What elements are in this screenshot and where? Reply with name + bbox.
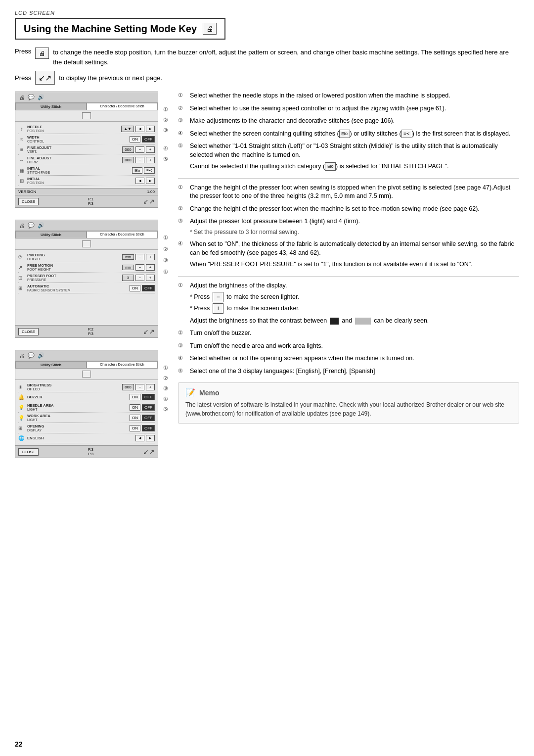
panel2-tab-char[interactable]: Character / Decorative Stitch (87, 231, 158, 238)
panel1-tab-char[interactable]: Character / Decorative Stitch (87, 103, 158, 110)
memo-box: 📝 Memo The latest version of software is… (178, 382, 519, 424)
machine-setting-icon: 🖨 (203, 23, 217, 35)
main-content: 🖨 💬 🔊 Utility Stitch Character / Decorat… (15, 92, 519, 470)
right-item-3-2: ② Turn on/off the buzzer. (178, 329, 519, 338)
panel1-row5-controls: ⊞o ≡≺ (132, 167, 155, 174)
lcd-panel-1: 🖨 💬 🔊 Utility Stitch Character / Decorat… (15, 92, 158, 208)
text-3-5: Select one of the 3 display languages: [… (190, 367, 519, 376)
ann3-4: ④ (161, 396, 168, 402)
ann3-3: ③ (161, 385, 168, 392)
panel2-tabs: Utility Stitch Character / Decorative St… (15, 231, 158, 238)
press-minus-desc: to make the screen lighter. (226, 293, 299, 302)
text-3-1-main: Adjust the brightness of the display. (190, 282, 519, 290)
panel3-nav-icon[interactable]: ↙↗ (143, 448, 155, 456)
panel2-tab-utility[interactable]: Utility Stitch (15, 231, 87, 238)
ann2-4: ④ (161, 269, 168, 275)
num-2-4: ④ (178, 240, 186, 269)
press-plus-label: * Press (190, 304, 210, 313)
brightness-contrast-line: Adjust the brightness so that the contra… (190, 317, 519, 326)
right-item-1-2: ② Select whether to use the sewing speed… (178, 104, 519, 113)
num-1-2: ② (178, 104, 186, 113)
panel1-header-icons: 🖨 💬 🔊 (19, 94, 44, 100)
machine-icon-inline: 🖨 (35, 47, 49, 59)
panel1-icon1: 🖨 (19, 94, 25, 100)
num-1-1: ① (178, 92, 186, 100)
right-column: ① Select whether the needle stops in the… (178, 92, 519, 470)
panel3-row5: ⊞ OPENING DISPLAY ON OFF (18, 423, 155, 433)
panel1-nav-icon[interactable]: ↙↗ (143, 197, 155, 205)
num-1-5: ⑤ (178, 142, 186, 171)
ann2-3: ③ (161, 257, 168, 264)
press-minus-line: * Press − to make the screen lighter. (190, 292, 519, 302)
panel3-row3: 💡 NEEDLE AREA LIGHT ON OFF (18, 402, 155, 413)
right-item-2-1: ① Change the height of the presser foot … (178, 184, 519, 201)
text-1-4: Select whether the screen containing qui… (190, 130, 519, 139)
panel1-body: ↕ NEEDLE POSITION ▲▼ ◄ ► (15, 122, 158, 188)
panel3-icon2: 💬 (28, 352, 35, 359)
text-2-4: When set to "ON", the thickness of the f… (190, 240, 519, 269)
num-2-3: ③ (178, 217, 186, 236)
panel3-tab-char[interactable]: Character / Decorative Stitch (87, 361, 158, 369)
section-title-box: Using the Machine Setting Mode Key 🖨 (15, 18, 225, 40)
panel2-wrapper: 🖨 💬 🔊 Utility Stitch Character / Decorat… (15, 220, 168, 345)
panel3-row2-controls: ON OFF (130, 394, 155, 400)
ann1-3: ③ (161, 127, 168, 134)
text-2-3: Adjust the presser foot pressure between… (190, 217, 519, 236)
panel3-icon3: 🔊 (38, 352, 44, 359)
panel2-footer: CLOSE P.2 P.3 ↙↗ (15, 325, 158, 337)
panel1-row4-controls: 000 − + (122, 157, 155, 163)
right-item-2-2: ② Change the height of the presser foot … (178, 205, 519, 214)
text-1-2: Select whether to use the sewing speed c… (190, 104, 519, 113)
divider-2 (178, 276, 519, 277)
panel1-version-value: 1.00 (147, 189, 155, 194)
intro-press-line: Press 🖨 to change the needle stop positi… (15, 47, 519, 67)
brightness-note: Adjust the brightness so that the contra… (190, 317, 327, 326)
text-2-1: Change the height of the presser foot wh… (190, 184, 519, 201)
text-2-4-sub: When "PRESSER FOOT PRESSURE" is set to "… (190, 260, 519, 269)
panel2-header: 🖨 💬 🔊 (15, 220, 158, 231)
panel1-row1-controls: ▲▼ ◄ ► (121, 126, 155, 132)
right-item-2-4: ④ When set to "ON", the thickness of the… (178, 240, 519, 269)
panel3-wrapper: 🖨 💬 🔊 Utility Stitch Character / Decorat… (15, 350, 168, 465)
panel1-icon2: 💬 (28, 94, 35, 100)
text-1-5-sub1: Cannot be selected if the quilting stitc… (190, 162, 519, 171)
panel3-row5-controls: ON OFF (130, 425, 155, 431)
panel3-close-btn[interactable]: CLOSE (18, 448, 39, 456)
panel1-row6-controls: ◄ ► (135, 178, 155, 184)
panel2-row4-controls: ON OFF (130, 285, 155, 291)
panel2-close-btn[interactable]: CLOSE (18, 328, 39, 335)
ann2-2: ② (161, 246, 168, 252)
text-3-1: Adjust the brightness of the display. * … (190, 282, 519, 326)
panel1-close-btn[interactable]: CLOSE (18, 198, 39, 205)
utility-icon-inline: ≡≺ (401, 130, 412, 138)
panel1-wrapper: 🖨 💬 🔊 Utility Stitch Character / Decorat… (15, 92, 168, 215)
panel2-nav-icon[interactable]: ↙↗ (143, 328, 155, 335)
right-item-1-5: ⑤ Select whether "1-01 Straight stitch (… (178, 142, 519, 171)
panel2-header-icons: 🖨 💬 🔊 (19, 222, 44, 229)
plus-button[interactable]: + (213, 303, 223, 314)
text-2-2: Change the height of the presser foot wh… (190, 205, 519, 214)
and-text: and (342, 317, 352, 326)
press-plus-line: * Press + to make the screen darker. (190, 303, 519, 314)
panel1-tab-utility[interactable]: Utility Stitch (15, 103, 87, 110)
ann3-1: ① (161, 365, 168, 371)
num-3-3: ③ (178, 342, 186, 351)
dark-block (330, 318, 339, 325)
panel2-row1: ⟳ PIVOTING HEIGHT mm − + (18, 252, 155, 262)
text-1-1: Select whether the needle stops in the r… (190, 92, 519, 100)
text-1-5: Select whether "1-01 Straight stitch (Le… (190, 142, 519, 171)
num-3-4: ④ (178, 354, 186, 363)
panel2-page-info: P.2 P.3 (88, 327, 93, 336)
minus-button[interactable]: − (213, 292, 223, 302)
text-3-2: Turn on/off the buzzer. (190, 329, 519, 338)
panel2-row2-controls: mm − + (122, 264, 155, 271)
panel3-footer: CLOSE P.3 P.3 ↙↗ (15, 445, 158, 458)
num-3-1: ① (178, 282, 186, 326)
panel2-icon1: 🖨 (19, 223, 25, 229)
num-3-5: ⑤ (178, 367, 186, 376)
panel3-row1: ☀ BRIGHTNESS OF LCD 000 − + (18, 382, 155, 392)
panel3-tab-utility[interactable]: Utility Stitch (15, 361, 87, 369)
ann1-4: ④ (161, 145, 168, 152)
text-3-4: Select whether or not the opening screen… (190, 354, 519, 363)
quilt-icon-inline: ⊞o (339, 130, 350, 138)
